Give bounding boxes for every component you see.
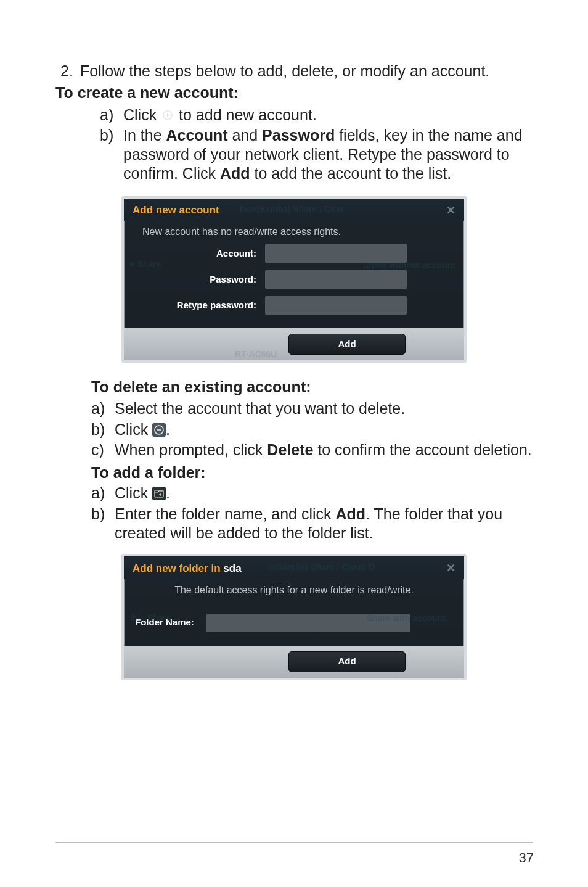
account-input[interactable] bbox=[265, 244, 407, 263]
t: When prompted, click bbox=[115, 441, 267, 458]
bold-add2: Add bbox=[336, 505, 366, 522]
t: Add new folder in bbox=[133, 563, 223, 574]
create-sub-a: a) Click to add new account. bbox=[100, 105, 533, 125]
add-button[interactable]: Add bbox=[288, 334, 406, 355]
lbl: b) bbox=[91, 505, 115, 543]
delete-c-text: When prompted, click Delete to confirm t… bbox=[115, 440, 533, 460]
addfolder-a: a) Click . bbox=[91, 484, 533, 503]
t: to add the account to the list. bbox=[250, 165, 452, 182]
t: Click bbox=[115, 421, 152, 438]
bold-delete: Delete bbox=[267, 441, 313, 458]
dialog-title-bar: Add new account ✕ bbox=[124, 199, 464, 221]
heading-create-account: To create a new account: bbox=[55, 83, 533, 102]
dialog-footer: RT-AC66U Add bbox=[124, 328, 464, 360]
delete-b-text: Click . bbox=[115, 420, 533, 439]
password-field-label: Password: bbox=[133, 274, 265, 286]
bold-add: Add bbox=[220, 165, 250, 182]
delete-c: c) When prompted, click Delete to confir… bbox=[91, 440, 533, 460]
dialog2-desc: The default access rights for a new fold… bbox=[124, 579, 464, 603]
lbl: a) bbox=[91, 399, 115, 418]
t: . bbox=[166, 484, 170, 501]
t: In the bbox=[123, 126, 166, 144]
delete-a: a) Select the account that you want to d… bbox=[91, 399, 533, 418]
bold-password: Password bbox=[262, 126, 335, 144]
ghost-text: RT-AC66U bbox=[235, 349, 277, 360]
account-field-label: Account: bbox=[133, 248, 265, 260]
create-sub-b: b) In the Account and Password fields, k… bbox=[100, 126, 533, 184]
remove-account-icon bbox=[152, 423, 166, 437]
create-a-label: a) bbox=[100, 105, 123, 125]
retype-password-input[interactable] bbox=[265, 296, 407, 315]
device-name: sda bbox=[223, 563, 241, 574]
addfolder-a-text: Click . bbox=[115, 484, 533, 503]
lbl: a) bbox=[91, 484, 115, 503]
bold-account: Account bbox=[166, 126, 228, 144]
retype-field-label: Retype password: bbox=[133, 300, 265, 311]
t: Click bbox=[115, 484, 152, 501]
t: to confirm the account deletion. bbox=[313, 441, 531, 458]
footer-divider bbox=[55, 842, 533, 843]
addfolder-b: b) Enter the folder name, and click Add.… bbox=[91, 505, 533, 543]
heading-delete-account: To delete an existing account: bbox=[91, 377, 533, 397]
t: and bbox=[228, 126, 263, 144]
create-a-pre: Click bbox=[123, 106, 161, 123]
step-2-text: Follow the steps below to add, delete, o… bbox=[80, 62, 489, 81]
lbl: c) bbox=[91, 440, 115, 460]
dialog2-footer: Add bbox=[124, 646, 464, 678]
step-2-num: 2. bbox=[60, 62, 80, 81]
t: . bbox=[166, 421, 170, 438]
heading-add-folder: To add a folder: bbox=[91, 463, 533, 482]
dialog2-title-text: Add new folder in sda bbox=[133, 562, 242, 575]
password-input[interactable] bbox=[265, 270, 407, 289]
add-button[interactable]: Add bbox=[288, 651, 406, 672]
dialog-form: Account: Password: Retype password: bbox=[124, 244, 464, 328]
dialog2-form: Folder Name: bbox=[124, 603, 464, 646]
lbl: b) bbox=[91, 420, 115, 439]
close-icon[interactable]: ✕ bbox=[446, 561, 455, 576]
add-folder-dialog: Add new folder in sda ✕ e(Samba) Share /… bbox=[121, 554, 467, 680]
delete-b: b) Click . bbox=[91, 420, 533, 439]
page-number: 37 bbox=[519, 849, 534, 867]
delete-a-text: Select the account that you want to dele… bbox=[115, 399, 533, 418]
t: Enter the folder name, and click bbox=[115, 505, 336, 522]
close-icon[interactable]: ✕ bbox=[446, 204, 455, 218]
folder-name-label: Folder Name: bbox=[133, 617, 206, 629]
dialog2-title-bar: Add new folder in sda ✕ bbox=[124, 556, 464, 579]
create-b-label: b) bbox=[100, 126, 123, 184]
add-folder-icon bbox=[152, 487, 166, 500]
folder-name-input[interactable] bbox=[206, 614, 410, 632]
addfolder-b-text: Enter the folder name, and click Add. Th… bbox=[115, 505, 533, 543]
add-account-dialog: Add new account ✕ lace(Samba) Share / Cl… bbox=[121, 196, 467, 363]
dialog-title-text: Add new account bbox=[133, 204, 219, 217]
create-a-post: to add new account. bbox=[174, 106, 317, 123]
step-2: 2. Follow the steps below to add, delete… bbox=[60, 62, 533, 81]
create-a-text: Click to add new account. bbox=[123, 105, 533, 125]
create-b-text: In the Account and Password fields, key … bbox=[123, 126, 533, 184]
add-account-icon bbox=[161, 107, 174, 121]
dialog-desc: New account has no read/write access rig… bbox=[124, 221, 464, 244]
